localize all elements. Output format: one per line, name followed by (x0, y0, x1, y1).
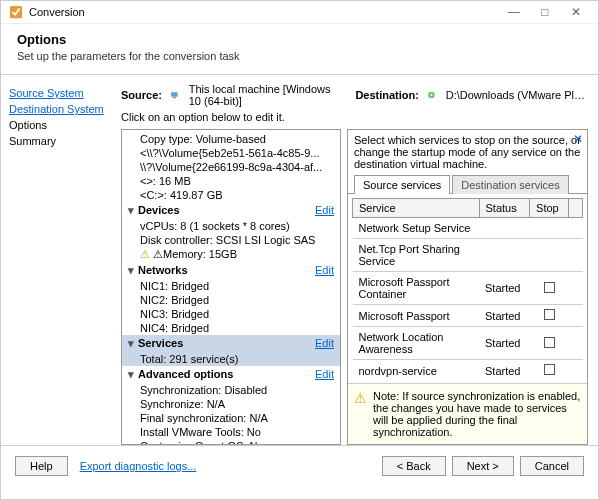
warning-icon: ⚠ (354, 390, 367, 406)
disk-icon (427, 89, 436, 101)
service-status: Started (479, 360, 530, 380)
tree-row-warn[interactable]: ⚠Memory: 15GB (122, 247, 340, 262)
service-stop-cell[interactable] (530, 239, 569, 272)
source-label: Source: (121, 89, 162, 101)
app-icon (9, 5, 23, 19)
service-status: Started (479, 327, 530, 360)
sync-note: ⚠ Note: If source synchronization is ena… (348, 383, 587, 444)
options-tree[interactable]: Copy type: Volume-based <\\?\Volume{5eb2… (121, 129, 341, 445)
stop-checkbox[interactable] (544, 309, 555, 320)
tree-row[interactable]: NIC4: Bridged (122, 321, 340, 335)
chevron-down-icon: ▾ (128, 368, 138, 381)
service-row[interactable]: nordvpn-serviceStarted (353, 360, 583, 380)
col-status[interactable]: Status (479, 199, 530, 218)
edit-link[interactable]: Edit (315, 204, 334, 217)
stop-checkbox[interactable] (544, 364, 555, 375)
source-value: This local machine [Windows 10 (64-bit)] (189, 83, 334, 107)
service-stop-cell[interactable] (530, 360, 569, 380)
tab-destination-services[interactable]: Destination services (452, 175, 568, 194)
tree-row[interactable]: Disk controller: SCSI LSI Logic SAS (122, 233, 340, 247)
header: Options Set up the parameters for the co… (1, 24, 598, 75)
edit-link[interactable]: Edit (315, 264, 334, 277)
edit-hint: Click on an option below to edit it. (121, 111, 588, 123)
service-status: Started (479, 305, 530, 327)
source-dest-bar: Source: This local machine [Windows 10 (… (121, 83, 588, 107)
service-name: Network Location Awareness (353, 327, 480, 360)
minimize-button[interactable]: — (500, 5, 528, 19)
dest-label: Destination: (355, 89, 419, 101)
stop-checkbox[interactable] (544, 337, 555, 348)
sidebar-item-destination-system[interactable]: Destination System (9, 101, 113, 117)
dest-value: D:\Downloads (VMware Player 7.x/12.x) (446, 89, 588, 101)
services-table: Service Status Stop Network Setup Servic… (352, 198, 583, 379)
next-button[interactable]: Next > (452, 456, 514, 476)
chevron-down-icon: ▾ (128, 204, 138, 217)
tree-row[interactable]: NIC3: Bridged (122, 307, 340, 321)
edit-link[interactable]: Edit (315, 368, 334, 381)
maximize-button[interactable]: □ (531, 5, 559, 19)
service-stop-cell[interactable] (530, 305, 569, 327)
service-row[interactable]: Network Location AwarenessStarted (353, 327, 583, 360)
panel-close-icon[interactable]: ✕ (573, 132, 583, 146)
col-service[interactable]: Service (353, 199, 480, 218)
tree-row[interactable]: <\\?\Volume{5eb2e51-561a-4c85-9... (122, 146, 340, 160)
service-name: Microsoft Passport (353, 305, 480, 327)
tree-row[interactable]: Customize Guest OS: No (122, 439, 340, 445)
service-name: Net.Tcp Port Sharing Service (353, 239, 480, 272)
service-name: Microsoft Passport Container (353, 272, 480, 305)
page-subtitle: Set up the parameters for the conversion… (17, 50, 582, 62)
tree-row[interactable]: vCPUs: 8 (1 sockets * 8 cores) (122, 219, 340, 233)
tree-section-advanced[interactable]: ▾Advanced optionsEdit (122, 366, 340, 383)
tree-row[interactable]: Install VMware Tools: No (122, 425, 340, 439)
tree-row[interactable]: <C:>: 419.87 GB (122, 188, 340, 202)
tree-row[interactable]: \\?\Volume{22e66199-8c9a-4304-af... (122, 160, 340, 174)
service-status (479, 218, 530, 239)
chevron-down-icon: ▾ (128, 264, 138, 277)
service-row[interactable]: Net.Tcp Port Sharing Service (353, 239, 583, 272)
edit-link[interactable]: Edit (315, 337, 334, 350)
tree-row[interactable]: <>: 16 MB (122, 174, 340, 188)
service-status (479, 239, 530, 272)
note-text: Note: If source synchronization is enabl… (373, 390, 581, 438)
svg-rect-1 (171, 92, 178, 96)
titlebar: Conversion — □ ✕ (1, 1, 598, 24)
export-logs-link[interactable]: Export diagnostic logs... (80, 460, 197, 472)
tree-section-networks[interactable]: ▾NetworksEdit (122, 262, 340, 279)
stop-checkbox[interactable] (544, 282, 555, 293)
service-name: nordvpn-service (353, 360, 480, 380)
tree-section-services[interactable]: ▾ServicesEdit (122, 335, 340, 352)
sidebar-item-summary[interactable]: Summary (9, 133, 113, 149)
service-stop-cell[interactable] (530, 327, 569, 360)
window-title: Conversion (29, 6, 85, 18)
computer-icon (170, 89, 179, 101)
service-row[interactable]: Microsoft Passport ContainerStarted (353, 272, 583, 305)
back-button[interactable]: < Back (382, 456, 446, 476)
help-button[interactable]: Help (15, 456, 68, 476)
sidebar-item-options[interactable]: Options (9, 117, 113, 133)
chevron-down-icon: ▾ (128, 337, 138, 350)
tree-row[interactable]: Final synchronization: N/A (122, 411, 340, 425)
service-row[interactable]: Network Setup Service (353, 218, 583, 239)
service-row[interactable]: Microsoft PassportStarted (353, 305, 583, 327)
tree-row[interactable]: Synchronize: N/A (122, 397, 340, 411)
service-stop-cell[interactable] (530, 272, 569, 305)
page-title: Options (17, 32, 582, 47)
tree-row[interactable]: Synchronization: Disabled (122, 383, 340, 397)
service-stop-cell[interactable] (530, 218, 569, 239)
tree-row[interactable]: NIC2: Bridged (122, 293, 340, 307)
services-panel: ✕ Select which services to stop on the s… (347, 129, 588, 445)
tree-section-devices[interactable]: ▾DevicesEdit (122, 202, 340, 219)
tab-source-services[interactable]: Source services (354, 175, 450, 194)
close-button[interactable]: ✕ (562, 5, 590, 19)
sidebar: Source System Destination System Options… (1, 75, 121, 445)
tree-row[interactable]: Copy type: Volume-based (122, 132, 340, 146)
svg-rect-2 (173, 97, 176, 98)
sidebar-item-source-system[interactable]: Source System (9, 85, 113, 101)
tree-row[interactable]: NIC1: Bridged (122, 279, 340, 293)
service-status: Started (479, 272, 530, 305)
scrollbar-header (569, 199, 583, 218)
col-stop[interactable]: Stop (530, 199, 569, 218)
tree-row[interactable]: Total: 291 service(s) (122, 352, 340, 366)
footer: Help Export diagnostic logs... < Back Ne… (1, 445, 598, 486)
cancel-button[interactable]: Cancel (520, 456, 584, 476)
